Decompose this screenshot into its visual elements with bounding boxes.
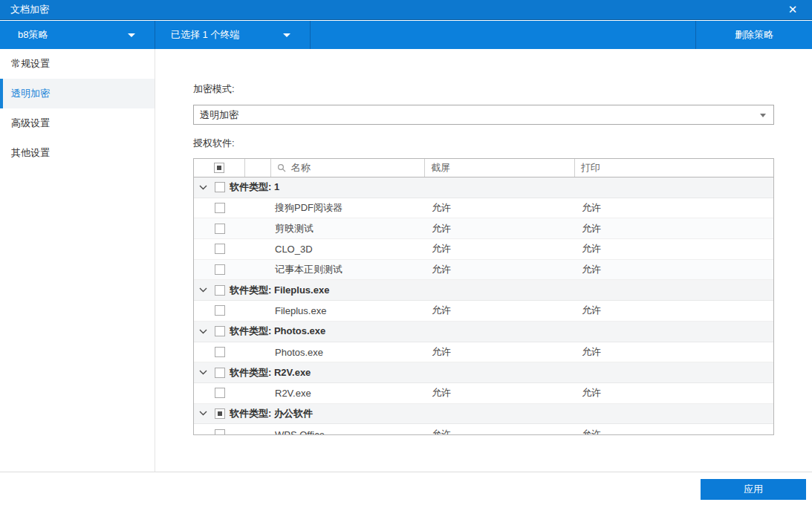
chevron-down-icon[interactable] [199, 183, 208, 192]
sidebar-item-2[interactable]: 高级设置 [0, 108, 155, 138]
group-label: 软件类型: 办公软件 [230, 407, 313, 420]
software-name: 剪映测试 [275, 222, 314, 235]
screen-permission: 允许 [432, 222, 451, 235]
group-checkbox[interactable] [215, 326, 225, 336]
group-checkbox[interactable] [215, 408, 225, 419]
print-permission: 允许 [582, 201, 601, 215]
encryption-mode-value: 透明加密 [200, 108, 238, 122]
table-group-row[interactable]: 软件类型: Photos.exe [194, 322, 773, 342]
header-name-cell[interactable]: 名称 [271, 159, 425, 177]
sidebar: 常规设置透明加密高级设置其他设置 [0, 49, 155, 472]
group-label: 软件类型: Photos.exe [230, 325, 325, 338]
screen-permission: 允许 [432, 304, 451, 317]
screen-column-label[interactable]: 截屏 [425, 159, 575, 177]
header-expand-cell [245, 159, 271, 177]
screen-permission: 允许 [432, 263, 451, 276]
print-column-label[interactable]: 打印 [575, 159, 773, 177]
software-name: WPS Office [275, 429, 325, 434]
software-name: 记事本正则测试 [275, 263, 342, 276]
chevron-down-icon[interactable] [199, 286, 208, 295]
screen-permission: 允许 [432, 428, 451, 434]
encryption-mode-select[interactable]: 透明加密 [193, 105, 774, 125]
software-name: Photos.exe [275, 346, 323, 357]
encryption-mode-label: 加密模式: [193, 83, 774, 94]
chevron-down-icon[interactable] [199, 368, 208, 377]
software-name: Fileplus.exe [275, 305, 326, 316]
software-table: 名称 截屏 打印 软件类型: 1搜狗PDF阅读器允许允许剪映测试允许允许CLO_… [193, 158, 774, 435]
software-name: R2V.exe [275, 388, 311, 399]
close-icon[interactable]: ✕ [784, 0, 802, 19]
group-label: 软件类型: Fileplus.exe [230, 284, 329, 297]
chevron-down-icon[interactable] [199, 327, 208, 336]
title-bar: 文档加密 ✕ [0, 0, 812, 20]
row-checkbox[interactable] [215, 244, 225, 254]
policy-dropdown-value: b8策略 [18, 28, 48, 42]
table-row[interactable]: CLO_3D允许允许 [194, 239, 773, 260]
print-permission: 允许 [582, 345, 601, 359]
group-checkbox[interactable] [215, 285, 225, 296]
main-panel: 加密模式: 透明加密 授权软件: [155, 49, 812, 472]
row-checkbox[interactable] [215, 347, 225, 357]
table-group-row[interactable]: 软件类型: 1 [194, 177, 773, 198]
chevron-down-icon[interactable] [199, 409, 208, 418]
sidebar-item-1[interactable]: 透明加密 [0, 79, 155, 108]
apply-button[interactable]: 应用 [701, 479, 806, 500]
software-name: CLO_3D [275, 244, 313, 255]
screen-permission: 允许 [432, 201, 451, 215]
table-row[interactable]: Fileplus.exe允许允许 [194, 301, 773, 322]
select-all-checkbox[interactable] [214, 163, 224, 173]
delete-policy-button[interactable]: 删除策略 [695, 21, 812, 49]
screen-permission: 允许 [432, 345, 451, 359]
screen-permission: 允许 [432, 386, 451, 400]
row-checkbox[interactable] [215, 203, 225, 213]
row-checkbox[interactable] [215, 429, 225, 434]
sidebar-item-3[interactable]: 其他设置 [0, 138, 155, 168]
terminal-dropdown[interactable]: 已选择 1 个终端 [155, 21, 311, 49]
table-row[interactable]: Photos.exe允许允许 [194, 342, 773, 363]
document-encryption-dialog: 文档加密 ✕ b8策略 已选择 1 个终端 删除策略 常规设置透明加密高级设置其… [0, 0, 812, 505]
group-label: 软件类型: R2V.exe [230, 366, 311, 379]
dialog-body: 常规设置透明加密高级设置其他设置 加密模式: 透明加密 授权软件: [0, 49, 812, 472]
table-row[interactable]: 搜狗PDF阅读器允许允许 [194, 198, 773, 219]
row-checkbox[interactable] [215, 264, 225, 275]
group-label: 软件类型: 1 [230, 180, 279, 194]
table-row[interactable]: 记事本正则测试允许允许 [194, 260, 773, 281]
print-permission: 允许 [582, 263, 601, 276]
sidebar-item-0[interactable]: 常规设置 [0, 49, 155, 79]
group-checkbox[interactable] [215, 182, 225, 192]
print-permission: 允许 [582, 222, 601, 235]
software-name: 搜狗PDF阅读器 [275, 201, 342, 215]
print-permission: 允许 [582, 242, 601, 255]
row-checkbox[interactable] [215, 388, 225, 398]
screen-permission: 允许 [432, 242, 451, 255]
name-column-label: 名称 [291, 161, 311, 175]
toolbar: b8策略 已选择 1 个终端 删除策略 [0, 21, 812, 49]
toolbar-spacer [311, 21, 695, 49]
policy-dropdown[interactable]: b8策略 [0, 21, 155, 49]
print-permission: 允许 [582, 428, 601, 434]
software-table-body: 软件类型: 1搜狗PDF阅读器允许允许剪映测试允许允许CLO_3D允许允许记事本… [194, 177, 773, 434]
print-permission: 允许 [582, 386, 601, 400]
chevron-down-icon [283, 33, 290, 37]
header-checkbox-cell [194, 159, 245, 177]
table-row[interactable]: WPS Office允许允许 [194, 424, 773, 434]
group-checkbox[interactable] [215, 368, 225, 378]
table-row[interactable]: R2V.exe允许允许 [194, 383, 773, 404]
chevron-down-icon [128, 33, 135, 37]
row-checkbox[interactable] [215, 224, 225, 234]
chevron-down-icon [760, 114, 766, 117]
dialog-title: 文档加密 [10, 3, 49, 16]
footer-bar: 应用 [0, 472, 812, 505]
table-header: 名称 截屏 打印 [194, 159, 773, 177]
table-row[interactable]: 剪映测试允许允许 [194, 218, 773, 239]
print-permission: 允许 [582, 304, 601, 317]
authorized-software-label: 授权软件: [193, 137, 774, 149]
terminal-dropdown-value: 已选择 1 个终端 [171, 28, 239, 42]
table-group-row[interactable]: 软件类型: 办公软件 [194, 404, 773, 425]
row-checkbox[interactable] [215, 305, 225, 316]
delete-policy-label: 删除策略 [735, 28, 773, 42]
search-icon [277, 163, 286, 172]
table-group-row[interactable]: 软件类型: Fileplus.exe [194, 280, 773, 301]
table-group-row[interactable]: 软件类型: R2V.exe [194, 362, 773, 383]
settings-content: 加密模式: 透明加密 授权软件: [193, 83, 774, 435]
